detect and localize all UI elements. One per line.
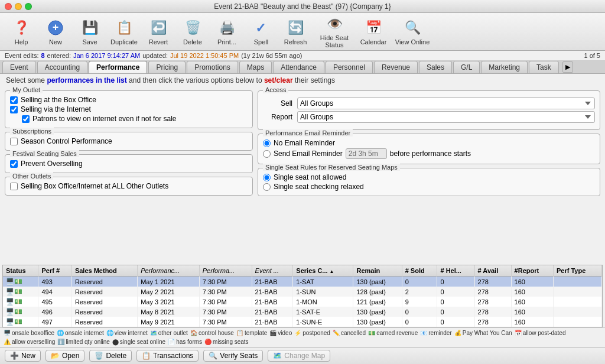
tab-personnel[interactable]: Personnel [326,61,373,73]
verify-seats-button[interactable]: 🔍 Verify Seats [203,350,263,362]
save-button[interactable]: 💾 Save [73,15,106,48]
change-map-button[interactable]: 🗺️ Change Map [268,350,330,362]
print-button[interactable]: 🖨️ Print... [210,15,243,48]
spell-button[interactable]: ✓ Spell [245,15,278,48]
report-select[interactable]: All Groups No Groups Selected Groups [297,111,595,123]
cell-remain: 130 (past) [353,277,402,287]
col-series-code[interactable]: Series C... ▲ [293,265,353,277]
revert-button[interactable]: ↩️ Revert [142,15,175,48]
send-email-radio[interactable] [263,150,271,158]
selling-box-office-checkbox[interactable] [10,96,18,104]
cell-avail: 278 [474,307,511,317]
festival-seating-group: Festival Seating Sales Prevent Overselli… [5,154,253,173]
transactions-button[interactable]: 📋 Transactions [136,350,199,362]
minimize-button[interactable] [15,3,22,10]
template-label: template [245,330,267,336]
description-link[interactable]: performances in the list [47,76,126,84]
post-dated-label: allow post-dated [523,330,566,336]
bottom-new-button[interactable]: ➕ New [5,350,41,362]
cell-held: 0 [437,307,474,317]
tab-scroll-right[interactable]: ▶ [562,61,573,73]
cell-held: 0 [437,277,474,287]
tab-task[interactable]: Task [529,61,559,73]
cell-remain: 130 (past) [353,317,402,327]
col-perf-time[interactable]: Performa... [199,265,252,277]
sell-row: Sell All Groups No Groups Selected Group… [263,98,595,109]
tab-revenue[interactable]: Revenue [374,61,418,73]
selling-internet-checkbox[interactable] [10,106,18,113]
tab-performance[interactable]: Performance [89,61,147,73]
edit-count: 8 [41,52,44,59]
col-status[interactable]: Status [3,265,38,277]
verify-seats-label: Verify Seats [220,352,258,360]
refresh-button[interactable]: 🔄 Refresh [279,15,312,48]
no-email-label: No Email Reminder [274,139,335,147]
bottom-delete-button[interactable]: 🗑️ Delete [89,350,132,362]
single-seat-online-label: single seat online [120,339,165,345]
tab-event[interactable]: Event [2,61,36,73]
patrons-view-checkbox[interactable] [22,115,30,123]
revert-icon: ↩️ [149,18,168,37]
calendar-label: Calendar [360,38,387,46]
table-row[interactable]: 🖥️💵 497 Reserved May 9 2021 7:30 PM 21-B… [3,317,602,327]
col-sold[interactable]: # Sold [402,265,437,277]
calendar-button[interactable]: 📅 Calendar [357,15,390,48]
set-clear-link[interactable]: set/clear [264,76,293,84]
cell-series-code: 1-MON [293,297,353,307]
tab-attendance[interactable]: Attendance [273,61,324,73]
bottom-open-button[interactable]: 📂 Open [45,350,84,362]
hide-seat-button[interactable]: 👁️ Hide Seat Status [313,15,356,48]
view-internet-label: view internet [115,330,148,336]
selling-all-outlets-checkbox[interactable] [10,183,18,190]
tab-marketing[interactable]: Marketing [481,61,528,73]
table-row[interactable]: 🖥️💵 496 Reserved May 8 2021 7:30 PM 21-B… [3,307,602,317]
cell-perf-num: 494 [38,287,71,297]
control-house-icon: 🏠 [190,330,197,336]
tab-maps[interactable]: Maps [239,61,272,73]
duplicate-button[interactable]: 📋 Duplicate [108,15,141,48]
col-perf-date[interactable]: Performanc... [138,265,200,277]
help-button[interactable]: ❓ Help [5,15,38,48]
window-controls[interactable] [5,3,32,10]
cell-series-code: 1-SUN [293,287,353,297]
season-control-checkbox[interactable] [10,138,18,145]
print-label: Print... [217,38,236,46]
table-row[interactable]: 🖥️💵 493 Reserved May 1 2021 7:30 PM 21-B… [3,277,602,287]
cell-perf-type [553,297,601,307]
delete-toolbar-button[interactable]: 🗑️ Delete [176,15,209,48]
view-online-label: View Online [395,38,430,46]
col-sales-method[interactable]: Sales Method [71,265,137,277]
tab-promotions[interactable]: Promotions [187,61,238,73]
legend-overselling: ⚠️ allow overselling [4,339,55,345]
tab-accounting[interactable]: Accounting [37,61,87,73]
col-avail[interactable]: # Avail [474,265,511,277]
email-time-input[interactable] [346,148,387,159]
legend-earned-revenue: 💵 earned revenue [368,330,418,336]
single-seat-not-allowed-radio[interactable] [263,174,271,181]
single-seat-relaxed-radio[interactable] [263,183,271,191]
tab-gl[interactable]: G/L [453,61,480,73]
no-email-radio[interactable] [263,139,271,147]
cell-perf-num: 496 [38,307,71,317]
view-online-button[interactable]: 🔍 View Online [391,15,434,48]
col-report[interactable]: #Report [511,265,553,277]
maximize-button[interactable] [25,3,32,10]
tab-pricing[interactable]: Pricing [148,61,186,73]
legend-template: 📋 template [236,330,267,336]
cell-series-code: 1-SAT [293,277,353,287]
col-held[interactable]: # Hel... [437,265,474,277]
table-row[interactable]: 🖥️💵 494 Reserved May 2 2021 7:30 PM 21-B… [3,287,602,297]
new-button[interactable]: + New [39,15,72,48]
prevent-overselling-checkbox[interactable] [10,160,18,168]
tab-sales[interactable]: Sales [419,61,452,73]
col-event-num[interactable]: Event ... [252,265,293,277]
table-row[interactable]: 🖥️💵 495 Reserved May 3 2021 7:30 PM 21-B… [3,297,602,307]
close-button[interactable] [5,3,12,10]
col-remain[interactable]: Remain [353,265,402,277]
description-text3: their settings [295,76,335,84]
col-perf-type[interactable]: Perf Type [553,265,601,277]
sell-select[interactable]: All Groups No Groups Selected Groups [297,98,595,109]
cell-remain: 121 (past) [353,297,402,307]
cell-perf-num: 495 [38,297,71,307]
col-perf-num[interactable]: Perf # [38,265,71,277]
